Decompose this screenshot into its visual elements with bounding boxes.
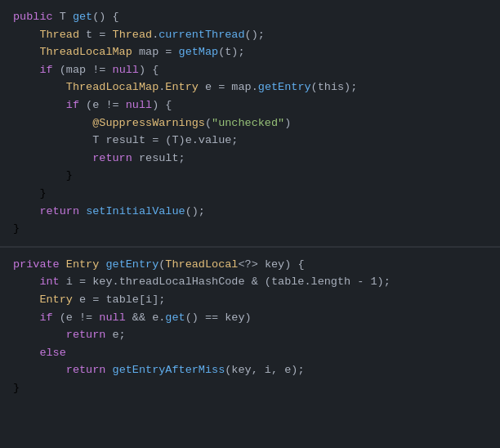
code-line: } [0, 167, 500, 185]
code-token: e; [105, 326, 125, 344]
code-token: t = [79, 26, 113, 44]
code-line: else [0, 344, 500, 362]
code-line: public T get() { [0, 8, 500, 26]
code-token: null [99, 309, 125, 327]
code-token: } [13, 379, 20, 397]
code-token: @SuppressWarnings [92, 114, 205, 132]
code-token [13, 273, 39, 291]
code-token [13, 132, 92, 150]
code-token: ) { [152, 96, 172, 114]
code-token: } [13, 220, 20, 238]
code-token: Entry [39, 291, 73, 309]
code-token [13, 361, 66, 379]
code-line: private Entry getEntry(ThreadLocal<?> ke… [0, 256, 500, 274]
code-token [13, 26, 39, 44]
code-token: ThreadLocal [165, 256, 238, 274]
code-token: setInitialValue [86, 203, 185, 221]
code-line: return e; [0, 326, 500, 344]
code-token: ) [284, 114, 291, 132]
code-line: } [0, 379, 500, 397]
code-token: currentThread [158, 26, 244, 44]
code-token: result; [132, 150, 185, 168]
code-line: @SuppressWarnings("unchecked") [0, 114, 500, 132]
code-line: } [0, 220, 500, 238]
code-token: (); [185, 203, 205, 221]
code-token: . [158, 78, 165, 96]
code-token: (e != [53, 309, 100, 327]
code-line: ThreadLocalMap.Entry e = map.getEntry(th… [0, 78, 500, 96]
code-token [105, 361, 112, 379]
code-token: getEntryAfterMiss [113, 361, 225, 379]
code-token: else [39, 344, 65, 362]
code-token: (); [245, 26, 265, 44]
code-token: int [39, 273, 59, 291]
code-token: Entry [66, 256, 100, 274]
code-token: return [39, 203, 79, 221]
code-token: T [60, 8, 73, 26]
code-token: (map != [53, 61, 113, 79]
code-token: return [66, 326, 106, 344]
code-token: public [13, 8, 60, 26]
code-token: get [165, 309, 185, 327]
code-token: T [92, 132, 99, 150]
code-line: T result = (T)e.value; [0, 132, 500, 150]
code-token: ( [205, 114, 212, 132]
code-token: ) { [139, 61, 158, 79]
code-token [13, 61, 39, 79]
code-token [13, 344, 39, 362]
code-token: ThreadLocalMap [66, 78, 158, 96]
code-token: getEntry [258, 78, 311, 96]
code-token: map = [132, 43, 179, 61]
code-token [13, 150, 92, 168]
code-token [13, 78, 66, 96]
code-line: Thread t = Thread.currentThread(); [0, 26, 500, 44]
code-token: () == key) [185, 309, 252, 327]
code-token: return [66, 361, 106, 379]
code-line: Entry e = table[i]; [0, 291, 500, 309]
code-token [13, 96, 66, 114]
code-token: } [13, 167, 73, 185]
code-token: getMap [179, 43, 219, 61]
code-token: <?> key) { [238, 256, 304, 274]
code-token [99, 256, 105, 274]
code-line: if (e != null && e.get() == key) [0, 309, 500, 327]
code-viewer: public T get() { Thread t = Thread.curre… [0, 0, 500, 405]
code-line: return result; [0, 150, 500, 168]
code-token: return [92, 150, 132, 168]
code-token: if [66, 96, 79, 114]
code-token: e = map. [199, 78, 258, 96]
code-token: Thread [113, 26, 153, 44]
code-token [13, 203, 39, 221]
code-token [13, 291, 39, 309]
code-token: () { [92, 8, 118, 26]
code-token: (key, i, e); [225, 361, 304, 379]
code-token: } [13, 185, 47, 203]
code-line: if (e != null) { [0, 96, 500, 114]
code-token: if [39, 309, 52, 327]
code-token [13, 326, 66, 344]
code-token: null [126, 96, 152, 114]
code-token: get [73, 8, 92, 26]
code-token: result = (T)e.value; [99, 132, 238, 150]
code-token: i = key.threadLocalHashCode & (table.len… [60, 273, 391, 291]
code-token: if [39, 61, 52, 79]
code-token: Thread [39, 26, 79, 44]
code-token [13, 114, 92, 132]
code-token: (e != [79, 96, 126, 114]
code-token [79, 203, 86, 221]
code-token [13, 309, 39, 327]
code-token: null [113, 61, 139, 79]
code-token: getEntry [105, 256, 158, 274]
code-token: (t); [218, 43, 244, 61]
code-line: ThreadLocalMap map = getMap(t); [0, 43, 500, 61]
code-token: (this); [311, 78, 358, 96]
code-token [13, 43, 39, 61]
code-line: if (map != null) { [0, 61, 500, 79]
code-token: Entry [165, 78, 199, 96]
code-token: ThreadLocalMap [39, 43, 132, 61]
code-line: return getEntryAfterMiss(key, i, e); [0, 361, 500, 379]
code-panel-top: public T get() { Thread t = Thread.curre… [0, 0, 500, 248]
code-line: int i = key.threadLocalHashCode & (table… [0, 273, 500, 291]
code-token: ( [158, 256, 165, 274]
code-line: } [0, 185, 500, 203]
